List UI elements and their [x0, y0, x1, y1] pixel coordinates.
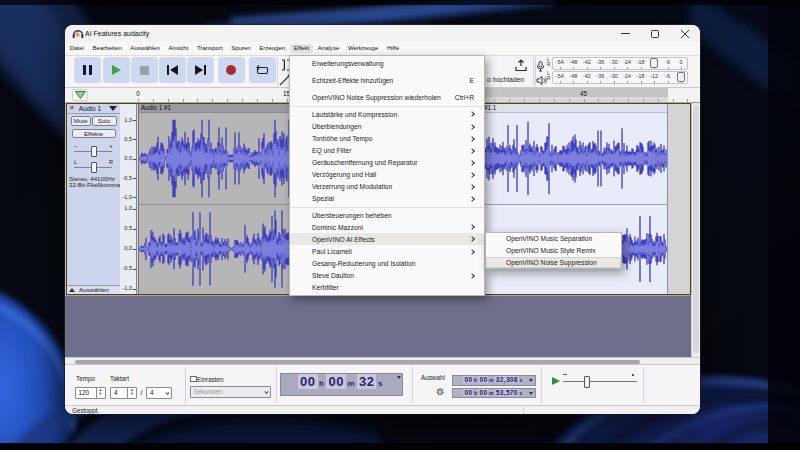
menu-item-tonh-he-und-tempo[interactable]: Tonhöhe und Tempo	[290, 133, 484, 145]
close-button[interactable]	[670, 25, 700, 42]
track-close-icon[interactable]: ✕	[69, 104, 74, 112]
menubar-item-werkzeuge[interactable]: Werkzeuge	[344, 44, 383, 53]
vertical-scrollbar-thumb[interactable]	[693, 105, 699, 353]
time-display-caret-icon[interactable]	[397, 376, 401, 379]
time-digits[interactable]: 00	[298, 374, 317, 389]
time-digits[interactable]: 00	[478, 376, 488, 383]
horizontal-scrollbar[interactable]	[65, 357, 700, 364]
menu-item-eq-und-filter[interactable]: EQ und Filter	[290, 145, 484, 157]
track-select-button[interactable]: Auswählen	[79, 286, 109, 293]
time-digits[interactable]: 53,570	[495, 389, 519, 396]
menu-item--bersteuerungen-beheben[interactable]: Übersteuerungen beheben	[290, 209, 484, 221]
record-button[interactable]	[218, 57, 245, 83]
submenu-item-openvino-noise-suppression[interactable]: OpenVINO Noise Suppression	[486, 257, 621, 269]
menu-item-verzerrung-und-modulation[interactable]: Verzerrung und Modulation	[290, 181, 484, 193]
maximize-button[interactable]	[640, 25, 670, 42]
record-volume-slider-thumb[interactable]	[650, 58, 658, 68]
time-digits[interactable]: 32,308	[495, 376, 519, 383]
microphone-icon	[536, 58, 546, 69]
menubar-item-effekt[interactable]: Effekt	[290, 44, 314, 53]
status-text: Gestoppt.	[72, 407, 99, 414]
stop-button[interactable]	[131, 57, 158, 83]
gain-slider-thumb[interactable]	[91, 146, 98, 157]
menubar-item-bearbeiten[interactable]: Bearbeiten	[88, 44, 126, 53]
menu-item-kerbfilter[interactable]: Kerbfilter	[290, 282, 484, 294]
menu-item-verz-gerung-und-hall[interactable]: Verzögerung und Hall	[290, 169, 484, 181]
menu-item-dominic-mazzoni[interactable]: Dominic Mazzoni	[290, 221, 484, 233]
menu-item--berblendungen[interactable]: Überblendungen	[290, 121, 484, 133]
taktart-spinner[interactable]: ▲▼	[127, 388, 136, 399]
timeline-options-button[interactable]	[72, 89, 88, 101]
minimize-button[interactable]	[610, 25, 640, 42]
vruler-label: 1,0	[124, 117, 132, 123]
track-menu-arrow-icon[interactable]	[109, 106, 117, 111]
titlebar[interactable]: AI Features audacity	[65, 25, 700, 42]
time-digits[interactable]: 00	[463, 389, 473, 396]
tempo-input[interactable]: 120 ▲▼	[75, 387, 106, 400]
mute-button[interactable]: Mute	[71, 116, 92, 126]
playback-volume-slider-thumb[interactable]	[677, 72, 685, 82]
snap-checkbox[interactable]	[190, 376, 197, 383]
menu-item-lautst-rke-und-kompression[interactable]: Lautstärke und Kompression	[290, 108, 484, 120]
taktart-lower-select[interactable]: 4	[146, 387, 172, 400]
submenu-item-openvino-music-separation[interactable]: OpenVINO Music Separation	[486, 233, 621, 245]
menu-item-steve-daulton[interactable]: Steve Daulton	[290, 270, 484, 282]
time-digits[interactable]: 00	[326, 374, 345, 389]
skip-to-end-button[interactable]	[187, 57, 214, 83]
vruler-label: 0,0	[124, 155, 132, 161]
time-unit: s	[378, 379, 382, 388]
share-audio-button[interactable]: o hochladen	[483, 57, 531, 86]
menu-item-label: OpenVINO Noise Suppression wiederholen	[312, 94, 447, 101]
record-meter-db-label: -18	[637, 59, 645, 65]
track-name[interactable]: Audio 1	[79, 105, 109, 112]
menubar-item-datei[interactable]: Datei	[66, 44, 89, 53]
effects-button[interactable]: Effekte	[72, 129, 116, 139]
menu-item-openvino-ai-effects[interactable]: OpenVINO AI Effects	[290, 233, 484, 245]
menu-item-paul-licameli[interactable]: Paul Licameli	[290, 245, 484, 257]
menubar-item-auswhlen[interactable]: Auswählen	[126, 44, 164, 53]
collapse-icon[interactable]	[69, 288, 75, 292]
play-at-speed-button[interactable]	[547, 375, 564, 388]
menubar-item-transport[interactable]: Transport	[193, 44, 227, 53]
menu-item-spezial[interactable]: Spezial	[290, 193, 484, 205]
menu-item-echtzeit-effekte-hinzuf-gen[interactable]: Echtzeit-Effekte hinzufügenE	[290, 72, 484, 89]
solo-button[interactable]: Solo	[92, 116, 117, 126]
menu-item-label: Übersteuerungen beheben	[312, 212, 474, 219]
menubar-item-ansicht[interactable]: Ansicht	[164, 44, 192, 53]
play-button[interactable]	[103, 57, 130, 83]
selection-start-field[interactable]: 00h00m32,308s	[452, 375, 536, 386]
menubar-item-spuren[interactable]: Spuren	[227, 44, 255, 53]
vertical-scrollbar[interactable]	[691, 103, 701, 358]
pause-button[interactable]	[74, 57, 101, 83]
menubar-item-hilfe[interactable]: Hilfe	[383, 44, 404, 53]
time-digits[interactable]: 00	[478, 389, 488, 396]
pan-slider-thumb[interactable]	[91, 162, 98, 173]
selection-start-caret-icon[interactable]	[529, 379, 533, 382]
submenu-chevron-icon	[469, 273, 475, 279]
skip-to-start-button[interactable]	[159, 57, 186, 83]
time-digits[interactable]: 00	[463, 376, 473, 383]
menu-item-label: Verzögerung und Hall	[312, 171, 464, 178]
selection-end-field[interactable]: 00h00m53,570s	[452, 388, 536, 399]
taktart-upper-input[interactable]: 4 ▲▼	[110, 387, 137, 400]
menu-item-ger-uschentfernung-und-reparatur[interactable]: Geräuschentfernung und Reparatur	[290, 157, 484, 169]
play-speed-slider[interactable]	[563, 373, 639, 391]
selection-end-caret-icon[interactable]	[529, 392, 533, 395]
horizontal-scrollbar-thumb[interactable]	[75, 360, 640, 364]
submenu-item-openvino-music-style-remix[interactable]: OpenVINO Music Style Remix	[486, 245, 621, 257]
selection-settings-gear-icon[interactable]: ⚙	[436, 386, 445, 397]
play-speed-slider-thumb[interactable]	[584, 376, 591, 388]
time-digits[interactable]: 32	[357, 374, 376, 389]
playback-meter-db-label: -18	[637, 73, 645, 79]
menu-item-gesang-reduzierung-und-isolation[interactable]: Gesang-Reduzierung und Isolation	[290, 258, 484, 270]
tempo-spinner[interactable]: ▲▼	[96, 388, 105, 399]
menu-item-erweiterungsverwaltung[interactable]: Erweiterungsverwaltung	[290, 56, 484, 73]
taktart-label: Taktart	[110, 375, 129, 382]
menu-item-openvino-noise-suppression-wiederholen[interactable]: OpenVINO Noise Suppression wiederholenCt…	[290, 89, 484, 106]
loop-button[interactable]	[249, 57, 276, 83]
menubar-item-erzeugen[interactable]: Erzeugen	[255, 44, 289, 53]
snap-unit-select[interactable]: Sekunden	[190, 386, 272, 398]
time-display[interactable]: 00h00m32s	[280, 373, 403, 397]
record-meter-db-label: -48	[569, 59, 577, 65]
menubar-item-analyse[interactable]: Analyse	[313, 44, 343, 53]
